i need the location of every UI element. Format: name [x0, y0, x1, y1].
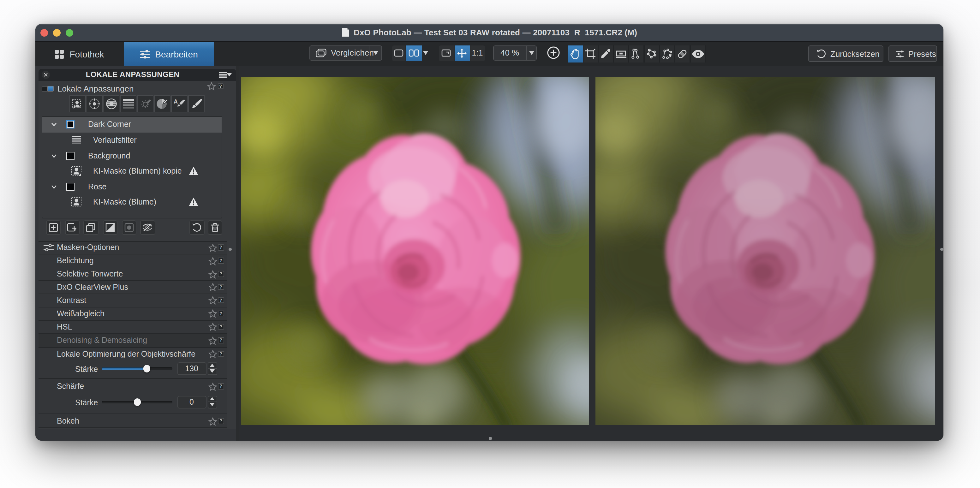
- svg-text:A: A: [173, 99, 178, 105]
